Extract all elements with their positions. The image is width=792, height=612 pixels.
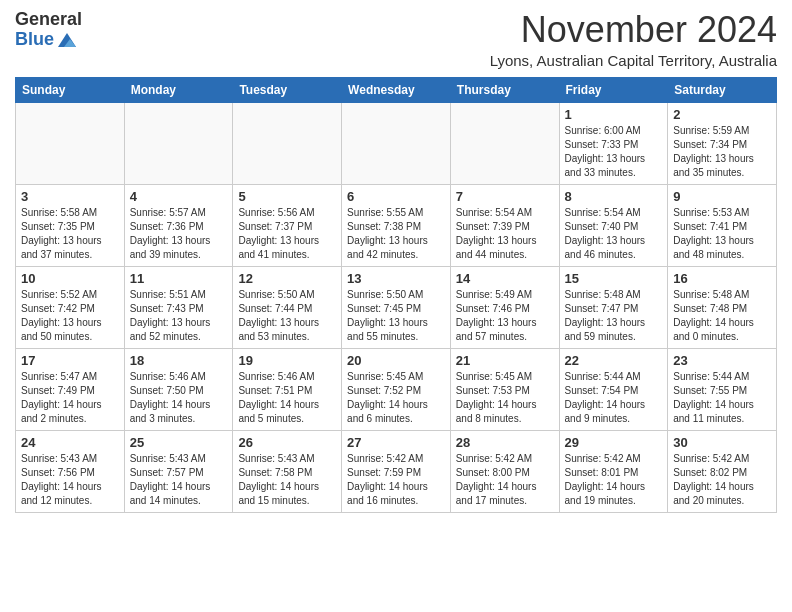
day-number: 18	[130, 353, 228, 368]
calendar-cell-1: 1Sunrise: 6:00 AM Sunset: 7:33 PM Daylig…	[559, 102, 668, 184]
day-number: 5	[238, 189, 336, 204]
day-number: 7	[456, 189, 554, 204]
day-number: 9	[673, 189, 771, 204]
calendar-table: SundayMondayTuesdayWednesdayThursdayFrid…	[15, 77, 777, 513]
calendar-header-sunday: Sunday	[16, 77, 125, 102]
calendar-header-wednesday: Wednesday	[342, 77, 451, 102]
calendar-cell-empty	[233, 102, 342, 184]
calendar-cell-20: 20Sunrise: 5:45 AM Sunset: 7:52 PM Dayli…	[342, 348, 451, 430]
day-number: 2	[673, 107, 771, 122]
calendar-cell-11: 11Sunrise: 5:51 AM Sunset: 7:43 PM Dayli…	[124, 266, 233, 348]
day-info: Sunrise: 5:45 AM Sunset: 7:53 PM Dayligh…	[456, 370, 554, 426]
calendar-cell-19: 19Sunrise: 5:46 AM Sunset: 7:51 PM Dayli…	[233, 348, 342, 430]
calendar-cell-26: 26Sunrise: 5:43 AM Sunset: 7:58 PM Dayli…	[233, 430, 342, 512]
day-info: Sunrise: 5:44 AM Sunset: 7:54 PM Dayligh…	[565, 370, 663, 426]
calendar-cell-12: 12Sunrise: 5:50 AM Sunset: 7:44 PM Dayli…	[233, 266, 342, 348]
calendar-cell-5: 5Sunrise: 5:56 AM Sunset: 7:37 PM Daylig…	[233, 184, 342, 266]
day-number: 1	[565, 107, 663, 122]
day-number: 6	[347, 189, 445, 204]
calendar-week-4: 24Sunrise: 5:43 AM Sunset: 7:56 PM Dayli…	[16, 430, 777, 512]
day-info: Sunrise: 5:48 AM Sunset: 7:48 PM Dayligh…	[673, 288, 771, 344]
calendar-cell-9: 9Sunrise: 5:53 AM Sunset: 7:41 PM Daylig…	[668, 184, 777, 266]
calendar-cell-13: 13Sunrise: 5:50 AM Sunset: 7:45 PM Dayli…	[342, 266, 451, 348]
day-info: Sunrise: 5:44 AM Sunset: 7:55 PM Dayligh…	[673, 370, 771, 426]
calendar-cell-empty	[342, 102, 451, 184]
day-info: Sunrise: 5:59 AM Sunset: 7:34 PM Dayligh…	[673, 124, 771, 180]
day-info: Sunrise: 5:49 AM Sunset: 7:46 PM Dayligh…	[456, 288, 554, 344]
calendar-cell-25: 25Sunrise: 5:43 AM Sunset: 7:57 PM Dayli…	[124, 430, 233, 512]
calendar-cell-6: 6Sunrise: 5:55 AM Sunset: 7:38 PM Daylig…	[342, 184, 451, 266]
day-number: 25	[130, 435, 228, 450]
calendar-cell-24: 24Sunrise: 5:43 AM Sunset: 7:56 PM Dayli…	[16, 430, 125, 512]
day-number: 17	[21, 353, 119, 368]
day-number: 12	[238, 271, 336, 286]
day-info: Sunrise: 5:42 AM Sunset: 7:59 PM Dayligh…	[347, 452, 445, 508]
calendar-cell-18: 18Sunrise: 5:46 AM Sunset: 7:50 PM Dayli…	[124, 348, 233, 430]
day-number: 16	[673, 271, 771, 286]
day-info: Sunrise: 5:42 AM Sunset: 8:02 PM Dayligh…	[673, 452, 771, 508]
day-number: 30	[673, 435, 771, 450]
day-info: Sunrise: 5:46 AM Sunset: 7:50 PM Dayligh…	[130, 370, 228, 426]
calendar-week-1: 3Sunrise: 5:58 AM Sunset: 7:35 PM Daylig…	[16, 184, 777, 266]
calendar-cell-3: 3Sunrise: 5:58 AM Sunset: 7:35 PM Daylig…	[16, 184, 125, 266]
day-info: Sunrise: 5:57 AM Sunset: 7:36 PM Dayligh…	[130, 206, 228, 262]
calendar-cell-14: 14Sunrise: 5:49 AM Sunset: 7:46 PM Dayli…	[450, 266, 559, 348]
day-number: 21	[456, 353, 554, 368]
day-number: 19	[238, 353, 336, 368]
calendar-cell-empty	[450, 102, 559, 184]
calendar-cell-29: 29Sunrise: 5:42 AM Sunset: 8:01 PM Dayli…	[559, 430, 668, 512]
calendar-cell-27: 27Sunrise: 5:42 AM Sunset: 7:59 PM Dayli…	[342, 430, 451, 512]
day-info: Sunrise: 5:54 AM Sunset: 7:40 PM Dayligh…	[565, 206, 663, 262]
day-info: Sunrise: 5:50 AM Sunset: 7:45 PM Dayligh…	[347, 288, 445, 344]
day-info: Sunrise: 5:46 AM Sunset: 7:51 PM Dayligh…	[238, 370, 336, 426]
calendar-header-monday: Monday	[124, 77, 233, 102]
calendar-cell-22: 22Sunrise: 5:44 AM Sunset: 7:54 PM Dayli…	[559, 348, 668, 430]
day-number: 8	[565, 189, 663, 204]
day-number: 15	[565, 271, 663, 286]
day-info: Sunrise: 6:00 AM Sunset: 7:33 PM Dayligh…	[565, 124, 663, 180]
day-info: Sunrise: 5:54 AM Sunset: 7:39 PM Dayligh…	[456, 206, 554, 262]
location-title: Lyons, Australian Capital Territory, Aus…	[490, 52, 777, 69]
title-area: November 2024 Lyons, Australian Capital …	[490, 10, 777, 69]
day-number: 11	[130, 271, 228, 286]
page-container: General Blue November 2024 Lyons, Austra…	[0, 0, 792, 528]
day-info: Sunrise: 5:53 AM Sunset: 7:41 PM Dayligh…	[673, 206, 771, 262]
calendar-cell-2: 2Sunrise: 5:59 AM Sunset: 7:34 PM Daylig…	[668, 102, 777, 184]
calendar-cell-30: 30Sunrise: 5:42 AM Sunset: 8:02 PM Dayli…	[668, 430, 777, 512]
calendar-header-row: SundayMondayTuesdayWednesdayThursdayFrid…	[16, 77, 777, 102]
day-info: Sunrise: 5:43 AM Sunset: 7:56 PM Dayligh…	[21, 452, 119, 508]
month-title: November 2024	[490, 10, 777, 50]
calendar-cell-7: 7Sunrise: 5:54 AM Sunset: 7:39 PM Daylig…	[450, 184, 559, 266]
calendar-cell-4: 4Sunrise: 5:57 AM Sunset: 7:36 PM Daylig…	[124, 184, 233, 266]
day-number: 14	[456, 271, 554, 286]
day-info: Sunrise: 5:55 AM Sunset: 7:38 PM Dayligh…	[347, 206, 445, 262]
calendar-cell-10: 10Sunrise: 5:52 AM Sunset: 7:42 PM Dayli…	[16, 266, 125, 348]
day-info: Sunrise: 5:48 AM Sunset: 7:47 PM Dayligh…	[565, 288, 663, 344]
day-info: Sunrise: 5:58 AM Sunset: 7:35 PM Dayligh…	[21, 206, 119, 262]
day-number: 10	[21, 271, 119, 286]
calendar-week-2: 10Sunrise: 5:52 AM Sunset: 7:42 PM Dayli…	[16, 266, 777, 348]
day-number: 26	[238, 435, 336, 450]
day-number: 23	[673, 353, 771, 368]
day-number: 24	[21, 435, 119, 450]
calendar-cell-28: 28Sunrise: 5:42 AM Sunset: 8:00 PM Dayli…	[450, 430, 559, 512]
day-info: Sunrise: 5:45 AM Sunset: 7:52 PM Dayligh…	[347, 370, 445, 426]
calendar-week-0: 1Sunrise: 6:00 AM Sunset: 7:33 PM Daylig…	[16, 102, 777, 184]
day-info: Sunrise: 5:43 AM Sunset: 7:58 PM Dayligh…	[238, 452, 336, 508]
calendar-header-tuesday: Tuesday	[233, 77, 342, 102]
day-number: 27	[347, 435, 445, 450]
calendar-header-friday: Friday	[559, 77, 668, 102]
page-header: General Blue November 2024 Lyons, Austra…	[15, 10, 777, 69]
logo-icon	[56, 31, 78, 49]
calendar-cell-empty	[16, 102, 125, 184]
calendar-cell-16: 16Sunrise: 5:48 AM Sunset: 7:48 PM Dayli…	[668, 266, 777, 348]
calendar-cell-21: 21Sunrise: 5:45 AM Sunset: 7:53 PM Dayli…	[450, 348, 559, 430]
day-info: Sunrise: 5:42 AM Sunset: 8:00 PM Dayligh…	[456, 452, 554, 508]
day-number: 29	[565, 435, 663, 450]
day-info: Sunrise: 5:47 AM Sunset: 7:49 PM Dayligh…	[21, 370, 119, 426]
day-info: Sunrise: 5:42 AM Sunset: 8:01 PM Dayligh…	[565, 452, 663, 508]
calendar-cell-15: 15Sunrise: 5:48 AM Sunset: 7:47 PM Dayli…	[559, 266, 668, 348]
day-number: 3	[21, 189, 119, 204]
calendar-week-3: 17Sunrise: 5:47 AM Sunset: 7:49 PM Dayli…	[16, 348, 777, 430]
day-number: 4	[130, 189, 228, 204]
